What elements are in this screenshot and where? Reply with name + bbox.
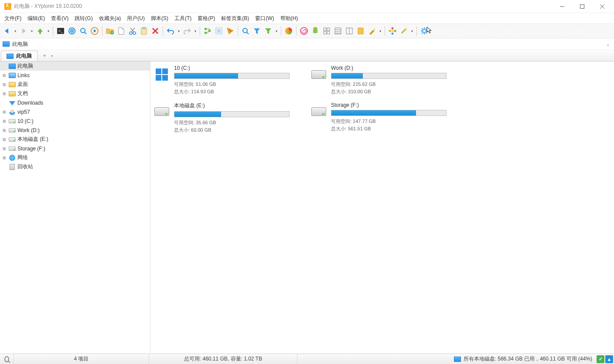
close-button[interactable] bbox=[592, 0, 612, 13]
menu-3[interactable]: 跳转(G) bbox=[72, 14, 95, 23]
drive-name: Work (D:) bbox=[331, 65, 455, 71]
paste-button[interactable] bbox=[139, 26, 149, 36]
svg-rect-39 bbox=[327, 31, 330, 34]
newfolder-button[interactable]: + bbox=[105, 26, 115, 36]
menu-2[interactable]: 查看(V) bbox=[48, 14, 71, 23]
tree-expander[interactable]: ⊞ bbox=[2, 156, 7, 160]
menu-8[interactable]: 窗格(P) bbox=[195, 14, 218, 23]
drive-total: 总大小: 60.00 GB bbox=[174, 126, 298, 134]
target-icon[interactable] bbox=[67, 26, 77, 36]
tree-item-icon bbox=[9, 136, 16, 143]
tab-active[interactable]: 此电脑 bbox=[1, 51, 38, 61]
tree-expander[interactable]: ⊞ bbox=[2, 137, 7, 142]
tree-panel[interactable]: 此电脑⊞Links⊞桌面⊞文档Downloads⊞vip57⊞10 (C:)⊞W… bbox=[0, 61, 150, 354]
wand-icon[interactable] bbox=[399, 26, 409, 36]
drive-usage-bar bbox=[174, 111, 290, 117]
delete-button[interactable] bbox=[150, 26, 160, 36]
tree-expander[interactable]: ⊞ bbox=[2, 82, 7, 87]
select-icon[interactable] bbox=[214, 26, 224, 36]
tree-item-3[interactable]: ⊞文档 bbox=[0, 89, 150, 98]
status-ok-icon[interactable]: ✓ bbox=[597, 355, 604, 363]
filter-green-icon[interactable] bbox=[263, 26, 273, 36]
status-search-button[interactable] bbox=[0, 354, 14, 364]
menu-7[interactable]: 工具(T) bbox=[172, 14, 194, 23]
tree-item-4[interactable]: Downloads bbox=[0, 98, 150, 107]
svg-point-52 bbox=[389, 30, 391, 32]
menu-5[interactable]: 用户(U) bbox=[124, 14, 147, 23]
tree-item-11[interactable]: 回收站 bbox=[0, 162, 150, 171]
tree-icon[interactable] bbox=[202, 26, 213, 36]
tree-expander[interactable]: ⊞ bbox=[2, 92, 7, 96]
address-dropdown[interactable]: ⌄ bbox=[604, 42, 611, 47]
forward-dropdown[interactable]: ▾ bbox=[30, 26, 34, 36]
tree-item-2[interactable]: ⊞桌面 bbox=[0, 80, 150, 89]
undo-dropdown[interactable]: ▾ bbox=[177, 26, 181, 36]
terminal-button[interactable]: >_ bbox=[55, 26, 66, 36]
svg-line-62 bbox=[422, 33, 423, 34]
wand-dropdown[interactable]: ▾ bbox=[410, 26, 414, 36]
drive-tile-0[interactable]: 10 (C:)可用空间: 51.06 GB总大小: 114.93 GB bbox=[154, 65, 298, 95]
gear-icon[interactable] bbox=[419, 26, 430, 36]
back-button[interactable] bbox=[2, 26, 12, 36]
drive-tile-3[interactable]: Storage (F:)可用空间: 147.77 GB总大小: 561.51 G… bbox=[311, 102, 455, 133]
redo-button[interactable] bbox=[182, 26, 192, 36]
tree-item-9[interactable]: ⊞Storage (F:) bbox=[0, 144, 150, 153]
filter-icon[interactable] bbox=[252, 26, 262, 36]
svg-line-30 bbox=[247, 32, 249, 34]
cut-button[interactable] bbox=[127, 26, 138, 36]
pizza-icon[interactable] bbox=[225, 26, 235, 36]
search-icon[interactable] bbox=[240, 26, 251, 36]
grid-icon[interactable] bbox=[321, 26, 332, 36]
filter-dropdown[interactable]: ▾ bbox=[274, 26, 279, 36]
menu-0[interactable]: 文件(F) bbox=[2, 14, 24, 23]
tree-item-10[interactable]: ⊞网络 bbox=[0, 153, 150, 162]
up-dropdown[interactable]: ▾ bbox=[46, 26, 51, 36]
status-summary: 总可用: 460.11 GB, 容量: 1.02 TB bbox=[149, 354, 297, 364]
play-icon[interactable] bbox=[89, 26, 100, 36]
menu-1[interactable]: 编辑(E) bbox=[25, 14, 48, 23]
tree-item-0[interactable]: 此电脑 bbox=[0, 61, 150, 71]
redo-dropdown[interactable]: ▾ bbox=[193, 26, 198, 36]
forward-button[interactable] bbox=[18, 26, 29, 36]
pie-icon[interactable] bbox=[283, 26, 294, 36]
dual-pane-icon[interactable] bbox=[344, 26, 355, 36]
android-icon[interactable] bbox=[310, 26, 321, 36]
flower-icon[interactable] bbox=[387, 26, 398, 36]
status-up-icon[interactable]: ▲ bbox=[605, 355, 613, 363]
tree-item-icon bbox=[9, 146, 16, 152]
maximize-button[interactable] bbox=[572, 0, 592, 13]
content-panel[interactable]: 10 (C:)可用空间: 51.06 GB总大小: 114.93 GBWork … bbox=[150, 61, 614, 354]
tree-expander[interactable]: ⊞ bbox=[2, 146, 7, 151]
menu-10[interactable]: 窗口(W) bbox=[252, 14, 276, 23]
svg-point-9 bbox=[81, 28, 85, 33]
drive-tile-2[interactable]: 本地磁盘 (E:)可用空间: 35.66 GB总大小: 60.00 GB bbox=[154, 102, 298, 133]
tree-expander[interactable]: ⊞ bbox=[2, 110, 7, 114]
up-button[interactable] bbox=[35, 26, 45, 36]
tab-dropdown[interactable]: ▾ bbox=[49, 51, 55, 60]
panel-icon[interactable] bbox=[355, 26, 366, 36]
back-dropdown[interactable]: ▾ bbox=[13, 26, 17, 36]
menu-9[interactable]: 标签页集(B) bbox=[218, 14, 252, 23]
tree-item-8[interactable]: ⊞本地磁盘 (E:) bbox=[0, 135, 150, 144]
undo-button[interactable] bbox=[165, 26, 176, 36]
list-icon[interactable] bbox=[333, 26, 343, 36]
tree-expander[interactable]: ⊞ bbox=[2, 119, 7, 123]
drive-tile-1[interactable]: Work (D:)可用空间: 225.62 GB总大小: 310.00 GB bbox=[311, 65, 455, 95]
addressbar[interactable]: 此电脑 ⌄ bbox=[0, 38, 614, 50]
tab-add-button[interactable]: + bbox=[40, 51, 49, 60]
tree-expander[interactable]: ⊞ bbox=[2, 73, 7, 78]
tree-item-1[interactable]: ⊞Links bbox=[0, 71, 150, 80]
tree-expander[interactable]: ⊞ bbox=[2, 128, 7, 133]
tree-item-6[interactable]: ⊞10 (C:) bbox=[0, 116, 150, 126]
menu-4[interactable]: 收藏夹(a) bbox=[96, 14, 124, 23]
swirl-icon[interactable] bbox=[299, 26, 309, 36]
minimize-button[interactable] bbox=[552, 0, 572, 13]
brush-icon[interactable] bbox=[367, 26, 377, 36]
zoom-icon[interactable] bbox=[78, 26, 89, 36]
brush-dropdown[interactable]: ▾ bbox=[378, 26, 382, 36]
menu-6[interactable]: 脚本(S) bbox=[148, 14, 171, 23]
tree-item-7[interactable]: ⊞Work (D:) bbox=[0, 126, 150, 135]
newfile-button[interactable] bbox=[116, 26, 126, 36]
tree-item-5[interactable]: ⊞vip57 bbox=[0, 107, 150, 116]
menu-11[interactable]: 帮助(H) bbox=[278, 14, 301, 23]
